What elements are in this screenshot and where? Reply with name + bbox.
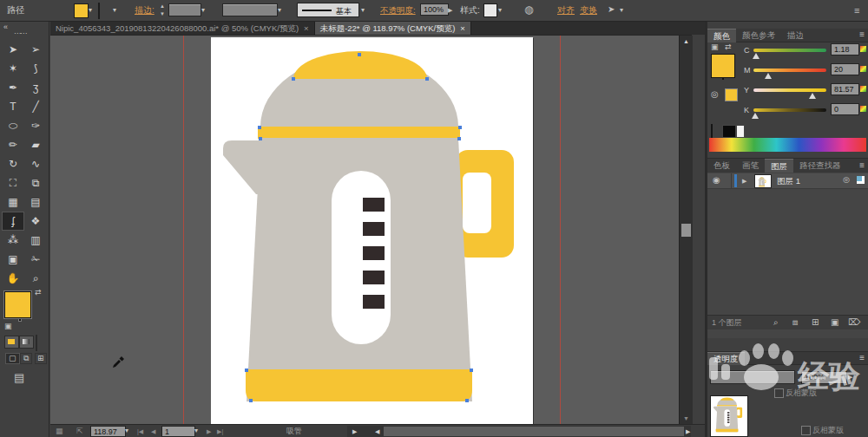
shape-tool[interactable]: ⬭ xyxy=(2,116,24,135)
opacity-label[interactable]: 不透明度: xyxy=(380,6,416,15)
none-mode-button[interactable] xyxy=(36,335,37,351)
lasso-tool[interactable]: ⟆ xyxy=(24,59,47,78)
stroke-stepper-up-icon[interactable]: ▲ xyxy=(160,3,165,9)
panel-collapse-icon[interactable]: « xyxy=(3,23,8,31)
brush-dd-icon[interactable]: ▾ xyxy=(361,7,365,14)
draw-normal-icon[interactable]: ▢ xyxy=(5,353,20,364)
width-profile-dd-icon[interactable]: ▾ xyxy=(278,7,281,14)
transparency-menu-icon[interactable]: ≡ xyxy=(859,354,865,362)
scroll-up-icon[interactable]: ▲ xyxy=(683,38,689,44)
vertical-scrollbar[interactable]: ▲ ▼ xyxy=(679,36,693,425)
magic-wand-tool[interactable]: ✶ xyxy=(2,59,24,78)
shape-builder-tool[interactable]: ⧉ xyxy=(24,173,47,192)
artboard-number-field[interactable]: 1 xyxy=(161,426,195,437)
opacity-expand-icon[interactable]: ▶ xyxy=(448,7,452,13)
blend-mode-dropdown[interactable] xyxy=(710,370,795,384)
kettle-base-band[interactable] xyxy=(246,369,472,401)
opacity-field[interactable]: 100% xyxy=(420,3,449,16)
tab-stroke[interactable]: 描边 xyxy=(781,29,810,42)
transparency-opacity-field[interactable]: 100% xyxy=(801,371,847,384)
spectrum-chip-icon[interactable] xyxy=(860,46,866,52)
slider-value-k[interactable]: 0 xyxy=(831,103,859,115)
artboard-dd-icon[interactable]: ▾ xyxy=(194,427,198,434)
zoom-level-field[interactable]: 118.97 xyxy=(90,426,126,437)
kettle-neck-band[interactable] xyxy=(258,127,460,139)
vertical-scroll-thumb[interactable] xyxy=(681,224,691,237)
tab-close-icon[interactable]: × xyxy=(460,22,465,35)
type-tool[interactable]: T xyxy=(2,97,24,116)
horizontal-scrollbar[interactable]: ▶ ◀ ▶ xyxy=(347,426,691,437)
last-color-swatch[interactable] xyxy=(725,88,738,101)
stroke-stepper-down-icon[interactable]: ▼ xyxy=(160,11,165,16)
selection-tool[interactable]: ➤ xyxy=(2,40,24,59)
screen-mode-icon[interactable]: ▤ xyxy=(14,372,24,383)
invert-mask-checkbox[interactable] xyxy=(774,388,784,398)
tool-cursor-dd-icon[interactable]: ▾ xyxy=(620,7,623,14)
transparency-thumbnail[interactable] xyxy=(710,395,748,437)
layer-target-icon[interactable]: ◎ xyxy=(843,176,850,184)
slider-knob[interactable] xyxy=(809,93,816,99)
prev-artboard-icon[interactable]: ◀ xyxy=(151,428,155,434)
gradient-mode-button[interactable] xyxy=(19,336,34,349)
draw-inside-icon[interactable]: ⊞ xyxy=(35,353,47,364)
new-layer-icon[interactable]: ▣ xyxy=(831,318,838,327)
stroke-weight-field[interactable] xyxy=(168,3,201,16)
layer-name[interactable]: 图层 1 xyxy=(777,177,800,186)
mini-swap-icon[interactable]: ⇄ xyxy=(725,43,732,51)
tab-layers[interactable]: 图层 xyxy=(765,159,793,173)
white-swatch[interactable] xyxy=(736,125,745,138)
artboard[interactable] xyxy=(211,37,533,425)
fill-swatch-large[interactable] xyxy=(4,291,31,318)
tab-brushes[interactable]: 画笔 xyxy=(736,159,765,172)
guide-line[interactable] xyxy=(560,36,561,425)
brush-definition-field[interactable]: 基本 xyxy=(297,3,359,17)
layer-selected-art-chip[interactable] xyxy=(857,176,865,184)
last-artboard-icon[interactable]: ▶| xyxy=(217,428,223,434)
panel-fill-swatch[interactable] xyxy=(711,54,735,78)
pen-tool[interactable]: ✒ xyxy=(2,78,24,97)
kettle-artwork[interactable] xyxy=(211,37,533,425)
document-tab-active[interactable]: 未标题-22* @ 118.97% (CMYK/预览) × xyxy=(315,22,471,35)
free-transform-tool[interactable]: ⛶ xyxy=(2,173,24,192)
tab-pathfinder[interactable]: 路径查找器 xyxy=(793,159,847,172)
line-tool[interactable]: ╱ xyxy=(24,97,47,116)
width-tool[interactable]: ∿ xyxy=(24,154,47,173)
hscroll-right-icon[interactable]: ▶ xyxy=(686,428,690,434)
slider-knob[interactable] xyxy=(753,53,760,59)
slider-value-y[interactable]: 81.57 xyxy=(831,83,859,95)
tab-color-guide[interactable]: 颜色参考 xyxy=(736,29,781,42)
mini-fill-stroke-icon[interactable]: ▣ xyxy=(711,43,719,51)
transform-link[interactable]: 变换 xyxy=(580,6,597,15)
layers-panel-menu-icon[interactable]: ≡ xyxy=(859,161,865,170)
zoom-dd-icon[interactable]: ▾ xyxy=(125,427,128,434)
gradient-tool[interactable]: ▤ xyxy=(24,192,47,212)
width-profile-field[interactable] xyxy=(222,3,278,16)
layer-expand-icon[interactable]: ▶ xyxy=(742,178,746,184)
invert-mask-checkbox[interactable] xyxy=(801,426,811,435)
status-export-icon[interactable]: ⇱ xyxy=(76,427,83,435)
slider-track-y[interactable] xyxy=(753,88,826,92)
guide-line[interactable] xyxy=(183,36,184,425)
curvature-tool[interactable]: ʒ xyxy=(24,78,47,97)
swap-fill-stroke-icon[interactable]: ⇄ xyxy=(35,289,42,297)
stroke-weight-dd-icon[interactable]: ▾ xyxy=(201,7,205,14)
default-fill-stroke-icon[interactable]: ▣ xyxy=(4,323,12,330)
column-graph-tool[interactable]: ▥ xyxy=(24,231,47,250)
spectrum-chip-icon[interactable] xyxy=(860,106,866,112)
layer-visibility-icon[interactable]: ◉ xyxy=(713,176,720,185)
slider-track-k[interactable] xyxy=(753,108,826,112)
align-link[interactable]: 对齐 xyxy=(557,6,575,15)
slider-value-c[interactable]: 1.18 xyxy=(831,43,859,55)
clipping-mask-icon[interactable]: ⧈ xyxy=(792,318,798,327)
pencil-tool[interactable]: ✏ xyxy=(2,135,24,154)
layer-row[interactable]: ◉ ▶ 图层 1 ◎ xyxy=(707,173,868,189)
slider-value-m[interactable]: 20 xyxy=(831,63,859,75)
style-dd-icon[interactable]: ▾ xyxy=(498,7,502,14)
stroke-color-swatch[interactable] xyxy=(98,3,100,19)
next-artboard-icon[interactable]: ▶ xyxy=(207,428,211,434)
locate-object-icon[interactable]: ⌕ xyxy=(773,318,779,327)
draw-behind-icon[interactable]: ⧉ xyxy=(20,353,32,364)
registration-icon[interactable]: ◎ xyxy=(711,90,719,99)
slider-track-c[interactable] xyxy=(753,49,826,52)
kettle-spout[interactable] xyxy=(223,140,263,194)
